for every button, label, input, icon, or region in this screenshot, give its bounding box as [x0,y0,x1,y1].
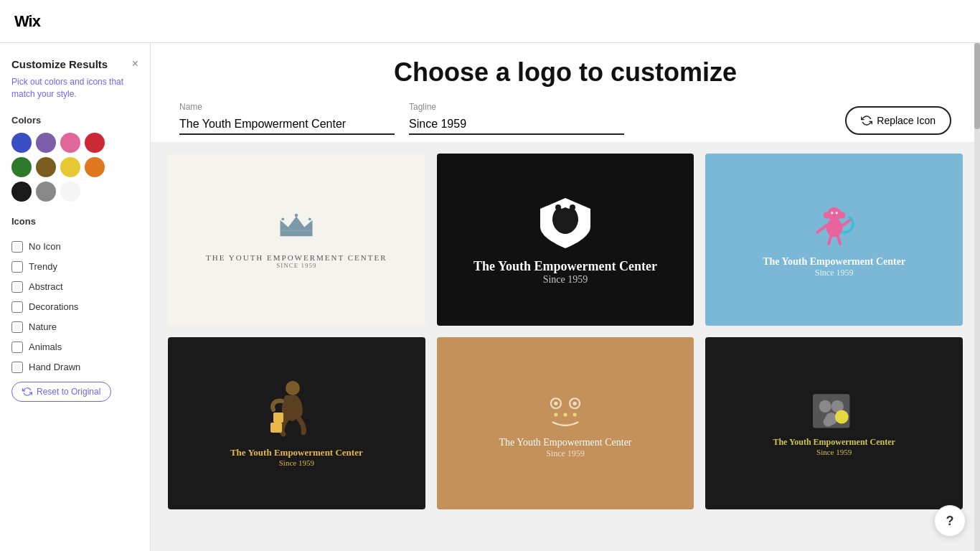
colors-grid [11,133,138,202]
name-input-group: Name [179,102,395,135]
logo-card-3[interactable]: The Youth Empowerment Center Since 1959 [705,154,963,326]
logo-2-tagline: Since 1959 [543,274,588,286]
reset-icon [22,387,32,397]
checkbox-nature[interactable] [11,321,23,333]
color-swatch-red[interactable] [85,133,105,153]
reset-button[interactable]: Reset to Original [11,382,111,402]
colors-label: Colors [11,115,138,126]
color-swatch-white[interactable] [60,182,80,202]
sidebar-description: Pick out colors and icons that match you… [11,76,138,100]
help-button[interactable]: ? [934,505,966,537]
logo-card-6[interactable]: The Youth Empowerment Center Since 1959 [705,337,963,509]
svg-point-4 [308,217,311,220]
checkbox-trendy[interactable] [11,261,23,273]
color-swatch-blue[interactable] [11,133,32,153]
icon-option-trendy[interactable]: Trendy [11,261,138,273]
color-swatch-orange[interactable] [85,157,105,177]
svg-point-31 [835,410,849,423]
checkbox-animals[interactable] [11,342,23,353]
color-swatch-brown[interactable] [36,157,56,177]
logo-card-4[interactable]: The Youth Empowerment Center Since 1959 [168,337,425,509]
svg-point-15 [831,212,833,214]
icon-label-animals: Animals [29,342,62,352]
color-swatch-gray[interactable] [36,182,56,202]
svg-point-16 [835,212,837,214]
checkbox-decorations[interactable] [11,301,23,313]
sidebar-close-button[interactable]: × [132,57,138,70]
svg-point-28 [819,400,831,412]
topbar: Wix [0,0,980,43]
color-swatch-purple[interactable] [36,133,56,153]
svg-point-17 [286,381,300,395]
logo-4-tagline: Since 1959 [279,458,314,467]
reset-label: Reset to Original [37,387,100,397]
color-swatch-black[interactable] [11,182,32,202]
scrollbar-thumb[interactable] [974,43,980,129]
tagline-label: Tagline [409,102,624,112]
svg-point-3 [282,217,285,220]
name-input[interactable] [179,115,395,135]
replace-icon-label: Replace Icon [877,115,936,126]
monkey-icon [806,202,863,252]
icon-option-abstract[interactable]: Abstract [11,281,138,293]
logo-card-2[interactable]: The Youth Empowerment Center Since 1959 [437,154,694,326]
svg-point-2 [295,214,298,217]
logo-3-tagline: Since 1959 [815,268,854,278]
icon-option-nature[interactable]: Nature [11,321,138,333]
svg-line-12 [842,220,850,225]
icon-label-trendy: Trendy [29,261,57,272]
logo-4-title: The Youth Empowerment Center [230,447,363,458]
icon-label-abstract: Abstract [29,281,63,292]
icon-option-animals[interactable]: Animals [11,342,138,353]
svg-line-13 [829,235,831,243]
color-swatch-green[interactable] [11,157,32,177]
svg-line-14 [837,235,839,243]
replace-icon-button[interactable]: Replace Icon [845,106,951,135]
color-swatch-pink[interactable] [60,133,80,153]
sidebar-title: Customize Results [11,58,108,70]
icon-option-hand-drawn[interactable]: Hand Drawn [11,362,138,373]
help-icon: ? [946,514,954,529]
checkbox-abstract[interactable] [11,281,23,293]
svg-point-6 [570,204,575,210]
sidebar: Customize Results × Pick out colors and … [0,43,151,551]
logo-card-1[interactable]: THE YOUTH EMPOWERMENT CENTER SINCE 1959 [168,154,425,326]
svg-rect-0 [281,231,313,237]
svg-point-23 [573,401,576,405]
scrollbar[interactable] [974,43,980,551]
svg-point-32 [823,417,833,427]
icon-option-no-icon[interactable]: No Icon [11,241,138,253]
svg-point-24 [554,413,557,416]
dots-icon [809,391,859,434]
checkbox-hand-drawn[interactable] [11,362,23,373]
icons-label: Icons [11,216,138,227]
icon-label-hand-drawn: Hand Drawn [29,362,80,372]
icon-option-decorations[interactable]: Decorations [11,301,138,313]
icon-label-nature: Nature [29,321,57,332]
shield-icon [537,194,594,252]
tagline-input-group: Tagline [409,102,624,135]
tagline-input[interactable] [409,115,624,135]
icon-label-decorations: Decorations [29,301,78,312]
logo-5-tagline: Since 1959 [546,448,585,459]
svg-point-26 [573,413,576,416]
svg-point-22 [554,401,557,405]
smiley-icon [540,388,590,431]
main-content: Choose a logo to customize Name Tagline [151,43,980,551]
svg-marker-1 [281,217,313,231]
checkbox-no-icon[interactable] [11,241,23,253]
icon-label-no-icon: No Icon [29,241,61,252]
color-swatch-yellow[interactable] [60,157,80,177]
logo-5-title: The Youth Empowerment Center [499,437,631,448]
page-title: Choose a logo to customize [179,57,951,88]
icons-list: No IconTrendyAbstractDecorationsNatureAn… [11,241,138,373]
logo-1-tagline: SINCE 1959 [276,262,316,269]
svg-line-11 [817,225,826,232]
logo-card-5[interactable]: The Youth Empowerment Center Since 1959 [437,337,694,509]
svg-point-8 [823,212,830,219]
logo-3-title: The Youth Empowerment Center [763,256,905,268]
sidebar-header: Customize Results × [11,57,138,70]
header-area: Choose a logo to customize Name Tagline [151,43,980,142]
svg-point-5 [555,204,561,210]
logo-1-title: THE YOUTH EMPOWERMENT CENTER [206,253,387,262]
